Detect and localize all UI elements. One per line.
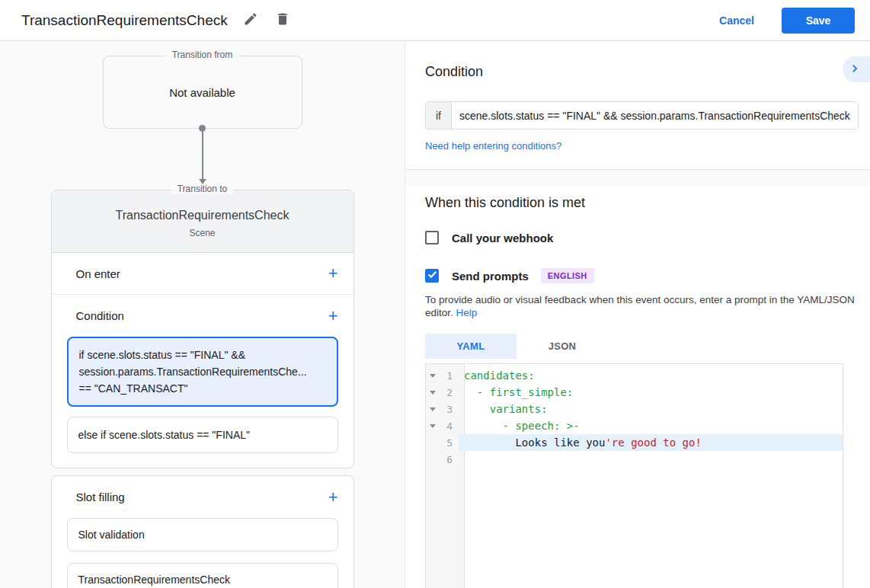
top-bar: TransactionRequirementsCheck Cancel Save: [0, 0, 870, 41]
scene-diagram-panel: Transition from Not available Transition…: [0, 41, 405, 588]
slot-filling-header: Slot filling +: [52, 476, 353, 518]
delete-scene-button[interactable]: [273, 11, 292, 30]
condition-met-title: When this condition is met: [425, 195, 859, 211]
condition-met-section: When this condition is met Call your web…: [405, 186, 870, 588]
code-line: 3 variants:: [426, 401, 843, 417]
fold-arrow-icon[interactable]: [426, 424, 440, 428]
add-condition-button[interactable]: +: [328, 308, 338, 324]
condition-card-selected[interactable]: if scene.slots.status == "FINAL" && sess…: [67, 337, 338, 407]
fold-arrow-icon[interactable]: [426, 391, 440, 395]
condition-if-field: if: [425, 101, 859, 129]
yaml-code-editor[interactable]: 1 candidates: 2 - first_simple: 3 varian…: [425, 363, 843, 588]
slot-filling-card: Slot filling + Slot validation Transacti…: [51, 475, 354, 588]
slot-item-transaction-check[interactable]: TransactionRequirementsCheck: [67, 563, 338, 588]
section-divider: [405, 169, 870, 186]
fold-arrow-icon[interactable]: [426, 407, 440, 411]
call-webhook-checkbox[interactable]: [425, 231, 439, 244]
slot-item-validation[interactable]: Slot validation: [67, 518, 338, 551]
code-line-highlighted: 5 Looks like you're good to go!: [426, 434, 843, 451]
arrow-down-icon: [199, 179, 206, 184]
connector-line: [202, 132, 203, 179]
slot-filling-label: Slot filling: [76, 491, 125, 503]
language-badge: ENGLISH: [541, 268, 594, 283]
transition-from-box: Transition from Not available: [103, 56, 302, 129]
transition-connector: [195, 125, 210, 184]
collapse-panel-button[interactable]: [843, 56, 870, 82]
transition-to-label: Transition to: [171, 184, 234, 194]
line-number: 3: [440, 404, 459, 415]
edit-scene-button[interactable]: [241, 11, 260, 30]
pencil-icon: [243, 11, 258, 29]
fold-arrow-icon[interactable]: [426, 374, 440, 378]
condition-card-else[interactable]: else if scene.slots.status == "FINAL": [67, 417, 338, 453]
condition-label: Condition: [76, 309, 124, 322]
code-text: variants:: [464, 403, 548, 415]
editor-format-tabs: YAML JSON: [425, 334, 859, 359]
transition-from-value: Not available: [169, 86, 235, 99]
transition-to-card: Transition to TransactionRequirementsChe…: [51, 190, 354, 468]
condition-editor-panel: Condition if Need help entering conditio…: [405, 41, 870, 588]
code-text: - speech: >-: [464, 420, 580, 432]
prompt-description: To provide audio or visual feedback when…: [425, 293, 859, 319]
condition-line: if scene.slots.status == "FINAL" &&: [79, 347, 326, 363]
condition-expression-input[interactable]: [452, 102, 858, 129]
send-prompts-label: Send prompts: [452, 270, 529, 283]
condition-panel-title: Condition: [425, 64, 859, 80]
line-number: 5: [440, 437, 459, 449]
code-line: 4 - speech: >-: [426, 417, 843, 434]
condition-line: == "CAN_TRANSACT": [79, 380, 326, 397]
trash-icon: [275, 11, 290, 29]
condition-line: else if scene.slots.status == "FINAL": [78, 427, 327, 443]
code-line: 1 candidates:: [426, 367, 843, 384]
code-text: - first_simple:: [464, 386, 573, 398]
tab-json[interactable]: JSON: [517, 334, 608, 359]
tab-yaml[interactable]: YAML: [425, 334, 517, 359]
code-text: Looks like you: [464, 436, 605, 449]
prompt-description-text: To provide audio or visual feedback when…: [425, 294, 855, 318]
checkmark-icon: [427, 269, 437, 283]
condition-section-header: Condition +: [52, 295, 353, 337]
scene-name: TransactionRequirementsCheck: [59, 209, 346, 222]
webhook-row: Call your webhook: [425, 231, 859, 244]
line-number: 4: [440, 420, 459, 432]
condition-line: session.params.TransactionRequirementsCh…: [79, 363, 326, 380]
connector-dot: [199, 125, 206, 132]
code-text: candidates:: [464, 369, 535, 382]
code-line: 6: [426, 451, 843, 468]
if-prefix-label: if: [426, 102, 452, 129]
cancel-button[interactable]: Cancel: [719, 14, 754, 27]
condition-help-link[interactable]: Need help entering conditions?: [425, 140, 561, 152]
add-on-enter-button[interactable]: +: [328, 265, 338, 282]
save-button[interactable]: Save: [782, 8, 855, 34]
page-title: TransactionRequirementsCheck: [21, 12, 228, 29]
call-webhook-label: Call your webhook: [452, 232, 553, 244]
send-prompts-checkbox[interactable]: [425, 269, 439, 283]
send-prompts-row: Send prompts ENGLISH: [425, 268, 859, 283]
scene-type: Scene: [59, 228, 346, 238]
add-slot-button[interactable]: +: [328, 489, 338, 506]
condition-section: Condition + if scene.slots.status == "FI…: [52, 295, 353, 468]
chevron-right-icon: [847, 61, 862, 78]
code-string-text: 're good to go!: [605, 436, 701, 449]
line-number: 1: [440, 370, 459, 382]
transition-from-label: Transition from: [166, 50, 239, 60]
on-enter-section: On enter +: [52, 253, 353, 295]
on-enter-label: On enter: [76, 267, 120, 280]
condition-expression-section: Condition if Need help entering conditio…: [405, 41, 870, 169]
prompt-help-link[interactable]: Help: [456, 307, 478, 318]
scene-card-header: TransactionRequirementsCheck Scene: [52, 190, 353, 253]
code-text: [459, 451, 843, 468]
line-number: 6: [440, 454, 459, 465]
code-line: 2 - first_simple:: [426, 384, 843, 401]
line-number: 2: [440, 387, 459, 398]
